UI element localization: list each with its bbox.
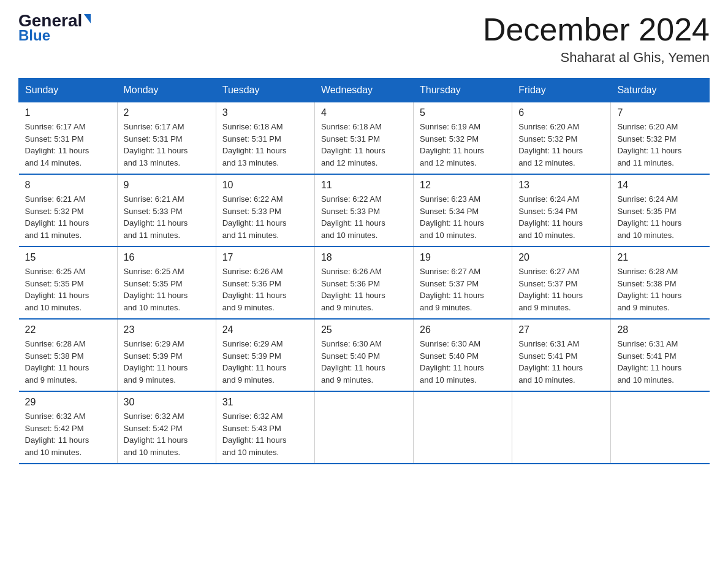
day-info: Sunrise: 6:22 AM Sunset: 5:33 PM Dayligh… bbox=[222, 193, 308, 241]
day-number: 12 bbox=[420, 180, 506, 191]
header-monday: Monday bbox=[117, 79, 216, 102]
day-number: 3 bbox=[222, 107, 308, 118]
day-info: Sunrise: 6:25 AM Sunset: 5:35 PM Dayligh… bbox=[124, 266, 210, 313]
day-info: Sunrise: 6:26 AM Sunset: 5:36 PM Dayligh… bbox=[321, 266, 407, 313]
calendar-header-row: SundayMondayTuesdayWednesdayThursdayFrid… bbox=[19, 79, 710, 102]
day-info: Sunrise: 6:21 AM Sunset: 5:32 PM Dayligh… bbox=[25, 193, 111, 241]
day-number: 8 bbox=[25, 180, 111, 191]
calendar-cell: 13Sunrise: 6:24 AM Sunset: 5:34 PM Dayli… bbox=[512, 174, 611, 247]
day-number: 16 bbox=[124, 252, 210, 263]
day-info: Sunrise: 6:31 AM Sunset: 5:41 PM Dayligh… bbox=[617, 338, 703, 386]
calendar-cell: 4Sunrise: 6:18 AM Sunset: 5:31 PM Daylig… bbox=[314, 102, 413, 175]
calendar-cell: 8Sunrise: 6:21 AM Sunset: 5:32 PM Daylig… bbox=[19, 174, 118, 247]
calendar-cell: 29Sunrise: 6:32 AM Sunset: 5:42 PM Dayli… bbox=[19, 391, 118, 464]
day-number: 29 bbox=[25, 397, 111, 408]
calendar-cell: 30Sunrise: 6:32 AM Sunset: 5:42 PM Dayli… bbox=[117, 391, 216, 464]
day-number: 17 bbox=[222, 252, 308, 263]
day-info: Sunrise: 6:31 AM Sunset: 5:41 PM Dayligh… bbox=[518, 338, 604, 386]
day-info: Sunrise: 6:23 AM Sunset: 5:34 PM Dayligh… bbox=[420, 193, 506, 241]
calendar-cell: 23Sunrise: 6:29 AM Sunset: 5:39 PM Dayli… bbox=[117, 319, 216, 391]
day-info: Sunrise: 6:25 AM Sunset: 5:35 PM Dayligh… bbox=[25, 266, 111, 313]
calendar-table: SundayMondayTuesdayWednesdayThursdayFrid… bbox=[18, 78, 710, 464]
day-info: Sunrise: 6:32 AM Sunset: 5:43 PM Dayligh… bbox=[222, 410, 308, 458]
calendar-cell: 14Sunrise: 6:24 AM Sunset: 5:35 PM Dayli… bbox=[611, 174, 710, 247]
calendar-cell: 11Sunrise: 6:22 AM Sunset: 5:33 PM Dayli… bbox=[314, 174, 413, 247]
week-row-1: 1Sunrise: 6:17 AM Sunset: 5:31 PM Daylig… bbox=[19, 102, 710, 175]
calendar-cell: 15Sunrise: 6:25 AM Sunset: 5:35 PM Dayli… bbox=[19, 247, 118, 319]
header-tuesday: Tuesday bbox=[216, 79, 314, 102]
day-number: 19 bbox=[420, 252, 506, 263]
calendar-cell: 10Sunrise: 6:22 AM Sunset: 5:33 PM Dayli… bbox=[216, 174, 314, 247]
day-info: Sunrise: 6:20 AM Sunset: 5:32 PM Dayligh… bbox=[617, 121, 703, 169]
calendar-cell: 26Sunrise: 6:30 AM Sunset: 5:40 PM Dayli… bbox=[414, 319, 512, 391]
day-number: 22 bbox=[25, 324, 111, 335]
calendar-cell: 19Sunrise: 6:27 AM Sunset: 5:37 PM Dayli… bbox=[414, 247, 512, 319]
header-wednesday: Wednesday bbox=[314, 79, 413, 102]
logo: General Blue bbox=[18, 12, 91, 44]
month-title: December 2024 bbox=[483, 12, 710, 47]
day-number: 7 bbox=[617, 107, 703, 118]
day-number: 5 bbox=[420, 107, 506, 118]
calendar-cell: 24Sunrise: 6:29 AM Sunset: 5:39 PM Dayli… bbox=[216, 319, 314, 391]
day-number: 13 bbox=[518, 180, 604, 191]
day-number: 4 bbox=[321, 107, 407, 118]
day-info: Sunrise: 6:20 AM Sunset: 5:32 PM Dayligh… bbox=[518, 121, 604, 169]
calendar-cell: 22Sunrise: 6:28 AM Sunset: 5:38 PM Dayli… bbox=[19, 319, 118, 391]
calendar-cell: 17Sunrise: 6:26 AM Sunset: 5:36 PM Dayli… bbox=[216, 247, 314, 319]
page-header: General Blue December 2024 Shaharat al G… bbox=[18, 12, 710, 66]
day-number: 10 bbox=[222, 180, 308, 191]
week-row-3: 15Sunrise: 6:25 AM Sunset: 5:35 PM Dayli… bbox=[19, 247, 710, 319]
day-number: 11 bbox=[321, 180, 407, 191]
header-friday: Friday bbox=[512, 79, 611, 102]
day-number: 2 bbox=[124, 107, 210, 118]
day-info: Sunrise: 6:24 AM Sunset: 5:35 PM Dayligh… bbox=[617, 193, 703, 241]
calendar-cell bbox=[611, 391, 710, 464]
day-info: Sunrise: 6:17 AM Sunset: 5:31 PM Dayligh… bbox=[25, 121, 111, 169]
day-info: Sunrise: 6:32 AM Sunset: 5:42 PM Dayligh… bbox=[25, 410, 111, 458]
day-info: Sunrise: 6:27 AM Sunset: 5:37 PM Dayligh… bbox=[420, 266, 506, 313]
title-section: December 2024 Shaharat al Ghis, Yemen bbox=[483, 12, 710, 66]
logo-blue: Blue bbox=[18, 27, 50, 44]
calendar-cell: 5Sunrise: 6:19 AM Sunset: 5:32 PM Daylig… bbox=[414, 102, 512, 175]
calendar-cell: 18Sunrise: 6:26 AM Sunset: 5:36 PM Dayli… bbox=[314, 247, 413, 319]
calendar-cell: 3Sunrise: 6:18 AM Sunset: 5:31 PM Daylig… bbox=[216, 102, 314, 175]
calendar-cell bbox=[314, 391, 413, 464]
day-info: Sunrise: 6:28 AM Sunset: 5:38 PM Dayligh… bbox=[617, 266, 703, 313]
day-number: 14 bbox=[617, 180, 703, 191]
calendar-cell bbox=[512, 391, 611, 464]
day-number: 28 bbox=[617, 324, 703, 335]
day-number: 21 bbox=[617, 252, 703, 263]
calendar-cell: 6Sunrise: 6:20 AM Sunset: 5:32 PM Daylig… bbox=[512, 102, 611, 175]
day-number: 30 bbox=[124, 397, 210, 408]
header-saturday: Saturday bbox=[611, 79, 710, 102]
day-info: Sunrise: 6:19 AM Sunset: 5:32 PM Dayligh… bbox=[420, 121, 506, 169]
day-info: Sunrise: 6:30 AM Sunset: 5:40 PM Dayligh… bbox=[420, 338, 506, 386]
calendar-cell: 7Sunrise: 6:20 AM Sunset: 5:32 PM Daylig… bbox=[611, 102, 710, 175]
day-number: 27 bbox=[518, 324, 604, 335]
calendar-cell: 2Sunrise: 6:17 AM Sunset: 5:31 PM Daylig… bbox=[117, 102, 216, 175]
calendar-cell: 27Sunrise: 6:31 AM Sunset: 5:41 PM Dayli… bbox=[512, 319, 611, 391]
calendar-cell: 1Sunrise: 6:17 AM Sunset: 5:31 PM Daylig… bbox=[19, 102, 118, 175]
day-info: Sunrise: 6:32 AM Sunset: 5:42 PM Dayligh… bbox=[124, 410, 210, 458]
day-number: 20 bbox=[518, 252, 604, 263]
header-thursday: Thursday bbox=[414, 79, 512, 102]
day-info: Sunrise: 6:28 AM Sunset: 5:38 PM Dayligh… bbox=[25, 338, 111, 386]
day-info: Sunrise: 6:30 AM Sunset: 5:40 PM Dayligh… bbox=[321, 338, 407, 386]
calendar-cell: 25Sunrise: 6:30 AM Sunset: 5:40 PM Dayli… bbox=[314, 319, 413, 391]
calendar-cell: 28Sunrise: 6:31 AM Sunset: 5:41 PM Dayli… bbox=[611, 319, 710, 391]
day-info: Sunrise: 6:26 AM Sunset: 5:36 PM Dayligh… bbox=[222, 266, 308, 313]
day-number: 15 bbox=[25, 252, 111, 263]
calendar-cell: 12Sunrise: 6:23 AM Sunset: 5:34 PM Dayli… bbox=[414, 174, 512, 247]
day-number: 31 bbox=[222, 397, 308, 408]
day-info: Sunrise: 6:29 AM Sunset: 5:39 PM Dayligh… bbox=[222, 338, 308, 386]
week-row-2: 8Sunrise: 6:21 AM Sunset: 5:32 PM Daylig… bbox=[19, 174, 710, 247]
day-number: 24 bbox=[222, 324, 308, 335]
day-number: 1 bbox=[25, 107, 111, 118]
day-number: 26 bbox=[420, 324, 506, 335]
day-info: Sunrise: 6:27 AM Sunset: 5:37 PM Dayligh… bbox=[518, 266, 604, 313]
calendar-cell: 31Sunrise: 6:32 AM Sunset: 5:43 PM Dayli… bbox=[216, 391, 314, 464]
header-sunday: Sunday bbox=[19, 79, 118, 102]
calendar-cell: 20Sunrise: 6:27 AM Sunset: 5:37 PM Dayli… bbox=[512, 247, 611, 319]
day-info: Sunrise: 6:24 AM Sunset: 5:34 PM Dayligh… bbox=[518, 193, 604, 241]
day-number: 23 bbox=[124, 324, 210, 335]
